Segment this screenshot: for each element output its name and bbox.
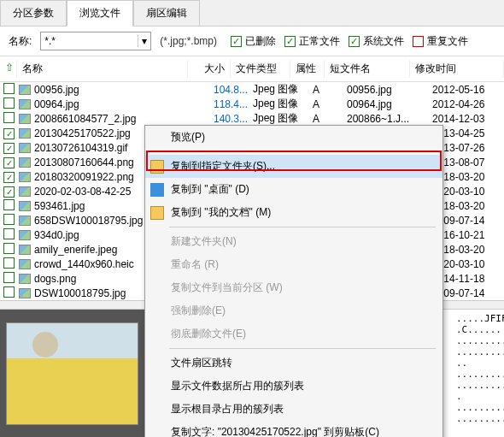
- up-icon[interactable]: ⇧: [0, 60, 17, 78]
- name-filter-input[interactable]: [41, 35, 137, 47]
- filter-checkbox[interactable]: 系统文件: [349, 34, 404, 49]
- col-date[interactable]: 修改时间: [410, 60, 504, 78]
- preview-thumbnail: [6, 322, 138, 425]
- file-row[interactable]: 00956.jpg104.8...Jpeg 图像A00956.jpg2012-0…: [0, 82, 504, 97]
- image-icon: [19, 259, 31, 269]
- col-name[interactable]: 名称: [17, 60, 188, 78]
- file-size: 118.4...: [205, 98, 248, 110]
- image-icon: [19, 128, 31, 139]
- hex-ascii: .....JFIF .C...... .......... ..........…: [453, 310, 504, 437]
- tab-browse[interactable]: 浏览文件: [67, 0, 133, 27]
- file-attr: A: [308, 84, 342, 96]
- menu-perm-del: 彻底删除文件(E): [145, 322, 442, 345]
- file-name: 2008661084577_2.jpg: [32, 113, 205, 125]
- image-icon: [19, 143, 31, 153]
- image-preview: [0, 310, 145, 437]
- row-checkbox[interactable]: [3, 97, 15, 109]
- folder-icon: [150, 206, 164, 220]
- col-type[interactable]: 文件类型: [231, 60, 290, 78]
- folder-icon: [150, 160, 164, 174]
- file-size: 104.8...: [205, 84, 248, 96]
- ext-hint: (*.jpg;*.bmp): [160, 35, 217, 47]
- menu-copy-text[interactable]: 复制文字: "20130425170522.jpg" 到剪贴板(C): [145, 421, 442, 437]
- row-checkbox[interactable]: [3, 214, 15, 225]
- context-menu: 预览(P) 复制到指定文件夹(S)... 复制到 "桌面" (D) 复制到 "我…: [144, 125, 443, 437]
- row-checkbox[interactable]: [3, 199, 15, 210]
- file-date: 2012-04-26: [427, 98, 504, 110]
- file-type: Jpeg 图像: [248, 97, 308, 111]
- file-short: 00964.jpg: [342, 98, 427, 110]
- file-size: 140.3...: [205, 113, 248, 125]
- column-headers: ⇧ 名称 大小 文件类型 属性 短文件名 修改时间: [0, 56, 504, 82]
- filter-checkbox[interactable]: 重复文件: [413, 34, 468, 49]
- image-icon: [19, 216, 31, 226]
- file-name: 00964.jpg: [32, 98, 205, 110]
- tab-partition[interactable]: 分区参数: [0, 0, 67, 26]
- image-icon: [19, 85, 31, 95]
- file-row[interactable]: 2008661084577_2.jpg140.3...Jpeg 图像A20086…: [0, 111, 504, 126]
- file-short: 200866~1.J...: [342, 113, 427, 125]
- filter-toolbar: 名称: ▾ (*.jpg;*.bmp) 已删除正常文件系统文件重复文件: [0, 27, 504, 56]
- row-checkbox[interactable]: [3, 272, 15, 283]
- row-checkbox[interactable]: [3, 143, 15, 154]
- row-checkbox[interactable]: [3, 228, 15, 239]
- file-short: 00956.jpg: [342, 84, 427, 96]
- image-icon: [19, 172, 31, 182]
- menu-show-clusters[interactable]: 显示文件数据所占用的簇列表: [145, 375, 442, 398]
- menu-copy-cur: 复制文件到当前分区 (W): [145, 276, 442, 299]
- row-checkbox[interactable]: [3, 243, 15, 254]
- file-attr: A: [308, 113, 342, 125]
- image-icon: [19, 186, 31, 197]
- image-icon: [19, 99, 31, 109]
- row-checkbox[interactable]: [3, 157, 15, 168]
- tab-sector[interactable]: 扇区编辑: [133, 0, 200, 26]
- image-icon: [19, 201, 31, 211]
- image-icon: [19, 288, 31, 298]
- col-attr[interactable]: 属性: [290, 60, 325, 78]
- image-icon: [19, 230, 31, 240]
- menu-new-file: 新建文件夹(N): [145, 230, 442, 253]
- row-checkbox[interactable]: [3, 112, 15, 123]
- file-row[interactable]: 00964.jpg118.4...Jpeg 图像A00964.jpg2012-0…: [0, 97, 504, 111]
- filter-checkbox[interactable]: 正常文件: [284, 34, 340, 49]
- filter-checkbox[interactable]: 已删除: [231, 34, 276, 49]
- col-short[interactable]: 短文件名: [325, 60, 410, 78]
- menu-rename: 重命名 (R): [145, 253, 442, 276]
- tab-bar: 分区参数 浏览文件 扇区编辑: [0, 0, 504, 27]
- image-icon: [19, 274, 31, 284]
- menu-sector-jump[interactable]: 文件扇区跳转: [145, 351, 442, 375]
- image-icon: [19, 245, 31, 255]
- file-type: Jpeg 图像: [248, 111, 308, 126]
- row-checkbox[interactable]: [3, 257, 15, 269]
- image-icon: [19, 157, 31, 168]
- row-checkbox[interactable]: [3, 172, 15, 183]
- file-name: 00956.jpg: [32, 84, 205, 96]
- row-checkbox[interactable]: [3, 286, 15, 298]
- file-date: 2014-12-03: [427, 113, 504, 125]
- name-filter-combo[interactable]: ▾: [40, 32, 151, 50]
- file-date: 2012-05-16: [427, 84, 504, 96]
- menu-copy-desktop[interactable]: 复制到 "桌面" (D): [145, 178, 442, 201]
- file-type: Jpeg 图像: [248, 82, 308, 97]
- menu-copy-docs[interactable]: 复制到 "我的文档" (M): [145, 201, 442, 224]
- row-checkbox[interactable]: [3, 128, 15, 139]
- menu-copy-folder[interactable]: 复制到指定文件夹(S)...: [145, 155, 442, 178]
- row-checkbox[interactable]: [3, 186, 15, 198]
- row-checkbox[interactable]: [3, 83, 15, 94]
- name-label: 名称:: [9, 34, 32, 49]
- file-attr: A: [308, 98, 342, 110]
- desktop-icon: [150, 183, 164, 197]
- menu-preview[interactable]: 预览(P): [145, 126, 442, 149]
- menu-force-del: 强制删除(E): [145, 299, 442, 322]
- col-size[interactable]: 大小: [188, 60, 231, 78]
- image-icon: [19, 114, 31, 124]
- menu-show-root[interactable]: 显示根目录占用的簇列表: [145, 398, 442, 421]
- chevron-down-icon[interactable]: ▾: [138, 35, 151, 47]
